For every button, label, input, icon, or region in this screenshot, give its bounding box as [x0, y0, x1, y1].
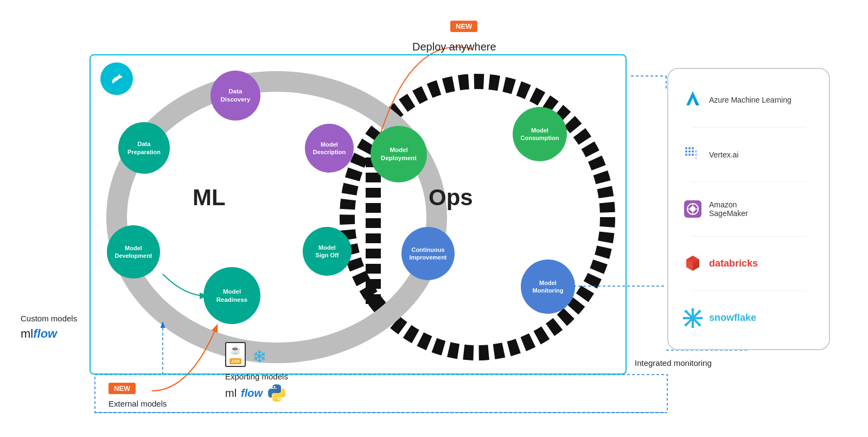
- data-discovery-circle: DataDiscovery: [210, 71, 260, 121]
- svg-point-28: [695, 154, 697, 156]
- svg-point-25: [688, 154, 691, 156]
- azure-ml-name: Azure Machine Learning: [709, 96, 792, 104]
- model-deployment-circle: ModelDeployment: [371, 126, 427, 182]
- model-monitoring-label: ModelMonitoring: [533, 279, 564, 295]
- databricks-item: databricks: [676, 250, 821, 277]
- model-development-label: ModelDevelopment: [114, 244, 152, 260]
- data-discovery-label: DataDiscovery: [221, 87, 251, 104]
- snowflake-icon-bottom: ❄: [252, 346, 267, 367]
- svg-point-15: [278, 398, 280, 400]
- snowflake-item: snowflake: [676, 305, 821, 332]
- divider-2: [691, 181, 807, 182]
- svg-point-50: [698, 324, 701, 326]
- vertex-ai-icon: [682, 144, 704, 166]
- divider-1: [691, 127, 807, 128]
- model-sign-off-label: ModelSign Off: [316, 244, 339, 259]
- model-monitoring-circle: ModelMonitoring: [521, 259, 575, 314]
- sagemaker-item: Amazon SageMaker: [676, 195, 821, 223]
- svg-point-14: [274, 386, 276, 388]
- vertex-ai-item: Vertex.ai: [676, 141, 821, 168]
- svg-point-48: [698, 310, 701, 313]
- new-badge-deploy: NEW: [450, 21, 477, 32]
- svg-point-21: [685, 150, 687, 153]
- main-container: ML Ops DataDiscovery ModelDescription Da…: [0, 0, 868, 437]
- exporting-models-area: ☕ JAR ❄: [225, 342, 267, 367]
- svg-point-26: [692, 154, 694, 156]
- snowflake-name: snowflake: [709, 312, 756, 324]
- ops-label: Ops: [429, 185, 473, 211]
- svg-point-47: [685, 310, 687, 313]
- azure-ml-item: Azure Machine Learning: [676, 86, 821, 113]
- integration-box: Azure Machine Learning: [667, 68, 830, 350]
- databricks-name: databricks: [709, 258, 758, 269]
- svg-point-49: [685, 324, 687, 326]
- continuous-improvement-label: ContinuousImprovement: [409, 246, 446, 262]
- exporting-models-label: Exporting models: [225, 372, 288, 381]
- divider-4: [691, 290, 807, 291]
- model-readiness-label: ModelReadiness: [216, 288, 248, 304]
- divider-3: [691, 236, 807, 237]
- bird-icon-circle: [100, 62, 133, 95]
- new-badge-external: NEW: [108, 383, 136, 394]
- model-sign-off-circle: ModelSign Off: [303, 227, 352, 276]
- svg-point-24: [685, 154, 687, 156]
- model-description-circle: ModelDescription: [305, 124, 354, 173]
- svg-point-23: [692, 150, 694, 153]
- model-readiness-circle: ModelReadiness: [203, 267, 260, 324]
- svg-point-19: [688, 147, 691, 149]
- mlflow-custom-logo: mlflow: [21, 327, 57, 341]
- svg-point-18: [685, 147, 687, 149]
- ml-label: ML: [193, 185, 226, 211]
- azure-ml-icon: [682, 89, 704, 111]
- data-preparation-circle: DataPreparation: [118, 122, 170, 174]
- jar-label: JAR: [229, 358, 241, 364]
- svg-point-22: [688, 150, 691, 153]
- integrated-monitoring-label: Integrated monitoring: [635, 358, 712, 368]
- external-models-label: External models: [108, 399, 167, 408]
- jar-file-icon: ☕ JAR: [225, 342, 246, 367]
- sagemaker-icon: [682, 198, 704, 220]
- sagemaker-name: Amazon SageMaker: [709, 200, 748, 218]
- svg-point-20: [692, 147, 694, 149]
- custom-models-label: Custom models: [21, 314, 77, 323]
- svg-point-13: [118, 74, 120, 77]
- model-development-circle: ModelDevelopment: [107, 225, 160, 278]
- python-logo: [267, 383, 286, 403]
- databricks-icon: [682, 252, 704, 274]
- svg-point-29: [695, 157, 697, 159]
- model-consumption-circle: ModelConsumption: [513, 107, 567, 161]
- model-deployment-label: ModelDeployment: [381, 146, 417, 162]
- vertex-ai-name: Vertex.ai: [709, 150, 738, 159]
- data-preparation-label: DataPreparation: [127, 140, 161, 156]
- model-description-label: ModelDescription: [313, 141, 346, 156]
- continuous-improvement-circle: ContinuousImprovement: [401, 227, 455, 280]
- model-consumption-label: ModelConsumption: [521, 126, 559, 142]
- svg-marker-16: [686, 91, 699, 105]
- exporting-logos: mlflow: [225, 383, 286, 403]
- snowflake-logo-icon: [682, 307, 704, 329]
- diagram-box: [90, 54, 627, 375]
- svg-point-27: [695, 150, 697, 153]
- deploy-anywhere-label: Deploy anywhere: [412, 41, 496, 53]
